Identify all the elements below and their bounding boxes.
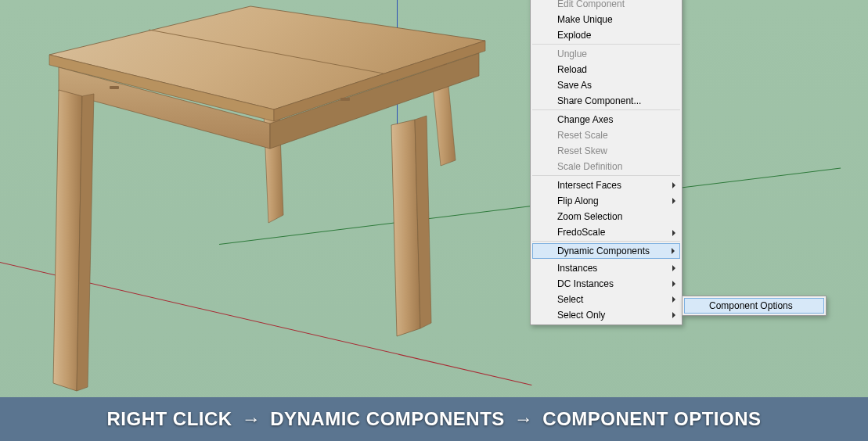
dynamic-components-submenu[interactable]: Component Options: [682, 296, 827, 316]
arrow-glyph-icon: →: [242, 408, 261, 430]
svg-rect-8: [110, 86, 119, 89]
menu-item-select-only[interactable]: Select Only: [532, 307, 680, 323]
menu-item-intersect-faces[interactable]: Intersect Faces: [532, 177, 680, 193]
menu-item-reload[interactable]: Reload: [532, 62, 680, 77]
submenu-arrow-icon: [672, 281, 675, 287]
menu-label: Share Component...: [557, 95, 641, 106]
instruction-banner: RIGHT CLICK → DYNAMIC COMPONENTS → COMPO…: [0, 397, 868, 441]
menu-item-dc-instances[interactable]: DC Instances: [532, 276, 680, 292]
menu-label: Instances: [557, 263, 597, 274]
menu-label: Unglue: [557, 48, 587, 59]
table-model[interactable]: [23, 0, 532, 414]
banner-text-2: DYNAMIC COMPONENTS: [270, 408, 505, 430]
menu-label: Zoom Selection: [557, 211, 622, 222]
arrow-glyph-icon: →: [514, 408, 534, 430]
banner-text-1: RIGHT CLICK: [106, 408, 232, 430]
menu-label: Reset Scale: [557, 130, 608, 141]
submenu-arrow-icon: [672, 312, 675, 318]
viewport-3d[interactable]: Edit Component Make Unique Explode Unglu…: [0, 0, 868, 441]
menu-label: Edit Component: [557, 0, 625, 9]
submenu-arrow-icon: [672, 182, 675, 188]
menu-label: Explode: [557, 30, 591, 41]
menu-item-dynamic-components[interactable]: Dynamic Components: [532, 243, 680, 259]
menu-item-instances[interactable]: Instances: [532, 260, 680, 276]
menu-label: Change Axes: [557, 114, 613, 125]
menu-label: Scale Definition: [557, 161, 622, 172]
submenu-arrow-icon: [672, 248, 675, 254]
menu-label: Save As: [557, 80, 592, 91]
menu-item-reset-skew[interactable]: Reset Skew: [532, 143, 680, 159]
menu-label: FredoScale: [557, 227, 605, 238]
menu-label: Dynamic Components: [557, 246, 650, 256]
menu-item-unglue[interactable]: Unglue: [532, 46, 680, 62]
menu-label: Reset Skew: [557, 145, 607, 156]
menu-item-edit-component[interactable]: Edit Component: [532, 0, 680, 12]
menu-item-save-as[interactable]: Save As: [532, 77, 680, 93]
submenu-arrow-icon: [672, 198, 675, 204]
menu-label: DC Instances: [557, 278, 614, 289]
submenu-item-component-options[interactable]: Component Options: [684, 298, 824, 314]
menu-item-zoom-selection[interactable]: Zoom Selection: [532, 209, 680, 224]
menu-label: Intersect Faces: [557, 180, 621, 191]
banner-text-3: COMPONENT OPTIONS: [542, 408, 761, 430]
submenu-arrow-icon: [672, 265, 675, 271]
menu-item-make-unique[interactable]: Make Unique: [532, 12, 680, 27]
menu-label: Select: [557, 294, 583, 305]
menu-item-select[interactable]: Select: [532, 292, 680, 307]
menu-label: Select Only: [557, 310, 605, 321]
menu-item-change-axes[interactable]: Change Axes: [532, 112, 680, 127]
menu-item-share-component[interactable]: Share Component...: [532, 93, 680, 110]
menu-label: Reload: [557, 64, 587, 75]
context-menu[interactable]: Edit Component Make Unique Explode Unglu…: [530, 0, 683, 325]
menu-item-flip-along[interactable]: Flip Along: [532, 193, 680, 209]
menu-item-fredoscale[interactable]: FredoScale: [532, 224, 680, 242]
svg-rect-9: [340, 98, 350, 101]
menu-label: Flip Along: [557, 195, 599, 206]
submenu-arrow-icon: [672, 296, 675, 303]
menu-label: Make Unique: [557, 14, 613, 25]
submenu-arrow-icon: [672, 230, 675, 236]
menu-item-reset-scale[interactable]: Reset Scale: [532, 127, 680, 143]
menu-item-scale-definition[interactable]: Scale Definition: [532, 159, 680, 176]
menu-label: Component Options: [709, 300, 793, 311]
menu-item-explode[interactable]: Explode: [532, 27, 680, 45]
